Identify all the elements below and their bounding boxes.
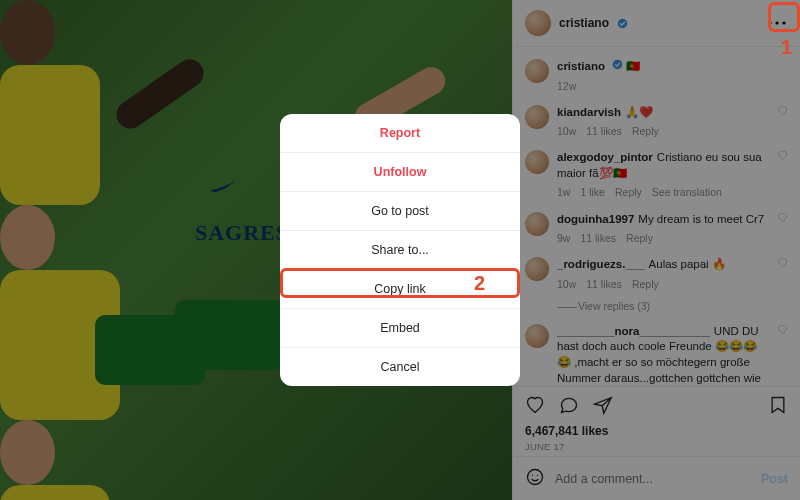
annotation-number-1: 1	[781, 36, 792, 59]
modal-overlay[interactable]: Report Unfollow Go to post Share to... C…	[0, 0, 800, 500]
menu-embed[interactable]: Embed	[280, 309, 520, 348]
options-menu: Report Unfollow Go to post Share to... C…	[280, 114, 520, 386]
menu-unfollow[interactable]: Unfollow	[280, 153, 520, 192]
menu-report[interactable]: Report	[280, 114, 520, 153]
annotation-number-2: 2	[474, 272, 485, 295]
menu-go-to-post[interactable]: Go to post	[280, 192, 520, 231]
menu-share-to[interactable]: Share to...	[280, 231, 520, 270]
menu-cancel[interactable]: Cancel	[280, 348, 520, 386]
